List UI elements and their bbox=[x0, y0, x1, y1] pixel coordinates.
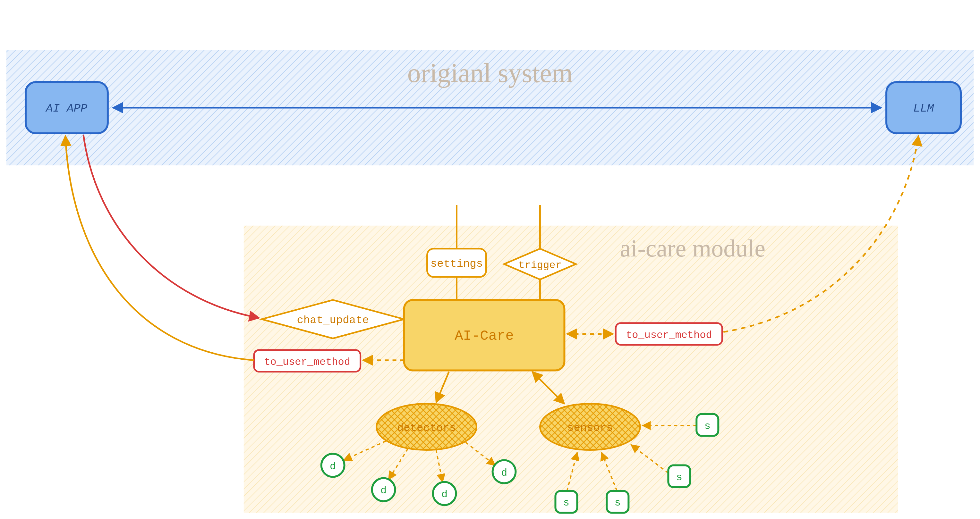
node-trigger-label: trigger bbox=[519, 259, 562, 271]
node-to-user-right-label: to_user_method bbox=[626, 329, 712, 341]
svg-text:d: d bbox=[501, 467, 507, 479]
region-label-original: origianl system bbox=[407, 58, 573, 88]
svg-text:s: s bbox=[563, 497, 570, 509]
node-ai-app-label: AI APP bbox=[45, 102, 88, 115]
node-settings-label: settings bbox=[431, 258, 483, 270]
node-sensors-label: sensors bbox=[567, 422, 613, 434]
svg-text:d: d bbox=[380, 485, 387, 497]
svg-text:s: s bbox=[676, 471, 682, 483]
node-ai-care-label: AI-Care bbox=[455, 328, 514, 344]
node-llm-label: LLM bbox=[913, 102, 934, 115]
region-label-aicare: ai-care module bbox=[620, 235, 765, 262]
svg-text:s: s bbox=[705, 420, 711, 432]
svg-text:d: d bbox=[330, 461, 336, 473]
node-to-user-left-label: to_user_method bbox=[264, 356, 350, 368]
node-chat-update-label: chat_update bbox=[297, 314, 369, 326]
node-detectors-label: detectors bbox=[397, 422, 456, 434]
svg-text:s: s bbox=[615, 497, 621, 509]
architecture-diagram: origianl system AI APP LLM ai-care modul… bbox=[0, 0, 980, 519]
edge-touserleft-aiapp bbox=[65, 136, 254, 360]
svg-text:d: d bbox=[441, 489, 447, 500]
